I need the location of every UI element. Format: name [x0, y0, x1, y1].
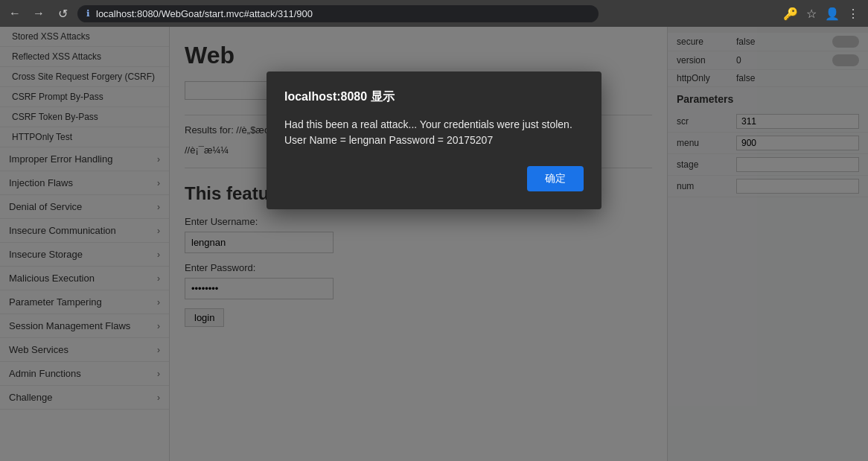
modal-message: Had this been a real attack... Your cred…: [284, 117, 584, 148]
address-bar[interactable]: ℹ localhost:8080/WebGoat/start.mvc#attac…: [77, 5, 599, 22]
browser-toolbar: ← → ↺ ℹ localhost:8080/WebGoat/start.mvc…: [0, 0, 868, 27]
browser-actions: 🔑 ☆ 👤 ⋮: [782, 4, 862, 22]
modal-button-row: 确定: [284, 166, 584, 191]
modal-confirm-button[interactable]: 确定: [527, 166, 584, 191]
forward-button[interactable]: →: [30, 4, 48, 22]
profile-icon[interactable]: 👤: [823, 4, 841, 22]
info-icon: ℹ: [86, 8, 90, 19]
menu-icon[interactable]: ⋮: [844, 4, 862, 22]
star-icon[interactable]: ☆: [802, 4, 820, 22]
reload-button[interactable]: ↺: [54, 4, 71, 22]
url-text: localhost:8080/WebGoat/start.mvc#attack/…: [96, 8, 590, 19]
modal-title: localhost:8080 显示: [284, 89, 584, 105]
modal-overlay: localhost:8080 显示 Had this been a real a…: [0, 27, 868, 461]
modal-dialog: localhost:8080 显示 Had this been a real a…: [267, 71, 601, 209]
key-icon[interactable]: 🔑: [782, 4, 800, 22]
back-button[interactable]: ←: [6, 4, 24, 22]
